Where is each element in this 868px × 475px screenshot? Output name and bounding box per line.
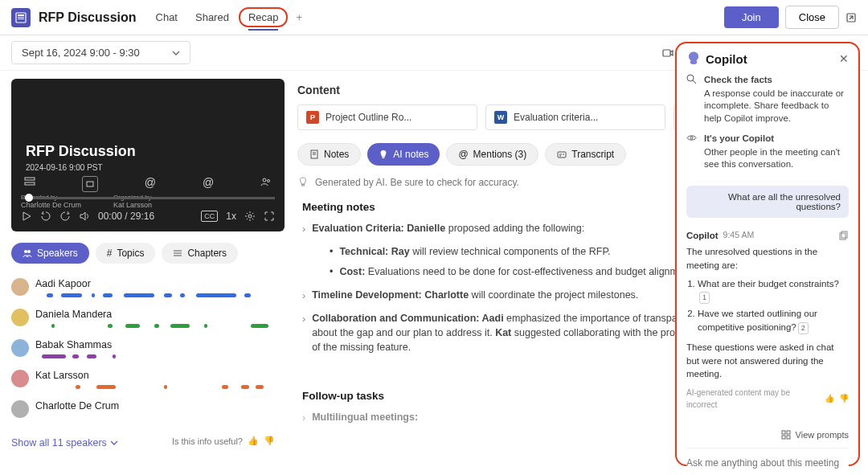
ppt-icon: P <box>306 111 319 124</box>
bulb-icon <box>379 149 388 159</box>
speaker-row[interactable]: Charlotte De Crum <box>11 395 289 426</box>
topics-tab[interactable]: #Topics <box>96 243 156 264</box>
transcript-tab[interactable]: Transcript <box>545 143 626 166</box>
svg-point-11 <box>268 180 270 182</box>
speaker-timeline[interactable] <box>35 293 276 299</box>
avatar <box>11 309 29 326</box>
svg-point-13 <box>24 250 27 253</box>
speaker-timeline[interactable] <box>35 323 276 330</box>
chevron-right-icon: › <box>302 311 305 354</box>
speaker-name: Aadi Kapoor <box>35 278 289 289</box>
response-time: 9:45 AM <box>723 229 755 241</box>
thumbs-up-icon[interactable]: 👍 <box>825 393 834 405</box>
copilot-icon <box>686 51 701 66</box>
svg-rect-36 <box>782 436 785 439</box>
video-scrubber[interactable] <box>21 197 275 199</box>
captions-button[interactable]: CC <box>201 211 218 222</box>
mention-icon[interactable]: @ <box>145 176 156 192</box>
citation-chip[interactable]: 2 <box>798 322 809 334</box>
thumbs-down-icon[interactable]: 👎 <box>264 436 275 446</box>
skip-back-button[interactable] <box>40 211 51 222</box>
tab-shared[interactable]: Shared <box>187 6 237 28</box>
view-prompts-button[interactable]: View prompts <box>781 430 849 440</box>
response-author: Copilot <box>686 229 719 243</box>
file-chip[interactable]: WEvaluation criteria... <box>485 104 665 130</box>
file-chip[interactable]: PProject Outline Ro... <box>297 104 477 130</box>
card-icon[interactable] <box>82 176 98 192</box>
copy-icon[interactable] <box>839 231 849 240</box>
svg-rect-5 <box>663 50 670 56</box>
svg-rect-9 <box>87 182 93 186</box>
copilot-response: Copilot 9:45 AM The unresolved questions… <box>686 229 849 411</box>
notes-tab[interactable]: Notes <box>297 143 361 166</box>
speaker-row[interactable]: Kat Larsson <box>11 365 289 395</box>
ai-notes-tab[interactable]: AI notes <box>367 143 440 166</box>
app-icon <box>11 8 31 27</box>
svg-rect-21 <box>383 158 385 159</box>
hash-icon: # <box>107 248 113 259</box>
svg-rect-33 <box>840 233 845 240</box>
speaker-timeline[interactable] <box>35 384 276 391</box>
svg-point-29 <box>687 75 694 81</box>
svg-rect-3 <box>18 18 24 19</box>
speakers-tab[interactable]: Speakers <box>11 243 89 264</box>
mention-icon[interactable]: @ <box>203 176 214 192</box>
speaker-timeline[interactable] <box>35 415 276 421</box>
join-button[interactable]: Join <box>724 6 779 28</box>
svg-point-31 <box>690 137 693 139</box>
speaker-name: Charlotte De Crum <box>35 400 289 412</box>
tab-chat[interactable]: Chat <box>148 6 186 28</box>
thumbs-up-icon[interactable]: 👍 <box>248 436 259 446</box>
close-icon[interactable]: ✕ <box>839 52 849 65</box>
content-heading: Content <box>297 84 340 96</box>
citation-chip[interactable]: 1 <box>699 292 710 304</box>
header-tabs: Chat Shared Recap + <box>148 6 309 28</box>
at-icon: @ <box>458 149 468 160</box>
svg-rect-32 <box>841 231 847 238</box>
ai-disclaimer: Generated by AI. Be sure to check for ac… <box>315 177 519 188</box>
date-range-dropdown[interactable]: Sept 16, 2024 9:00 - 9:30 <box>11 41 190 64</box>
chevron-right-icon: › <box>302 221 305 236</box>
svg-rect-8 <box>25 182 35 185</box>
settings-button[interactable] <box>244 211 256 222</box>
svg-line-30 <box>693 80 696 84</box>
copilot-input[interactable] <box>686 457 849 469</box>
response-item: Have we started outlining our competitiv… <box>698 307 849 334</box>
close-button[interactable]: Close <box>785 6 839 29</box>
volume-button[interactable] <box>79 211 90 222</box>
svg-point-12 <box>248 215 252 218</box>
chapters-tab[interactable]: Chapters <box>162 243 238 264</box>
chapter-icon[interactable] <box>24 176 35 192</box>
speaker-row[interactable]: Babak Shammas <box>11 334 289 365</box>
speaker-timeline[interactable] <box>35 354 276 360</box>
mentions-tab[interactable]: @Mentions (3) <box>446 143 538 166</box>
video-date: 2024-09-16 9:00 PST <box>26 163 103 172</box>
add-tab-button[interactable]: + <box>289 8 309 27</box>
skip-forward-button[interactable] <box>59 211 71 222</box>
video-time: 00:00 / 29:16 <box>98 211 154 222</box>
docx-icon: W <box>494 111 507 124</box>
chevron-down-icon <box>110 439 118 447</box>
svg-rect-37 <box>787 436 790 439</box>
avatar <box>11 278 29 296</box>
svg-rect-26 <box>302 185 305 186</box>
avatar <box>11 370 29 387</box>
notes-icon <box>309 149 319 159</box>
speed-button[interactable]: 1x <box>226 211 236 222</box>
people-icon[interactable] <box>260 176 272 192</box>
fullscreen-button[interactable] <box>264 211 275 222</box>
speaker-name: Babak Shammas <box>35 339 289 350</box>
speaker-row[interactable]: Daniela Mandera <box>11 304 289 334</box>
thumbs-down-icon[interactable]: 👎 <box>839 393 849 405</box>
chevron-right-icon: › <box>302 410 305 425</box>
svg-point-10 <box>263 178 266 182</box>
avatar <box>11 400 29 418</box>
popout-icon[interactable] <box>845 12 857 23</box>
video-player[interactable]: RFP Discussion 2024-09-16 9:00 PST @ @ R… <box>11 79 285 231</box>
play-button[interactable] <box>21 211 32 222</box>
speaker-name: Kat Larsson <box>35 370 289 381</box>
response-item: What are their budget constraints?1 <box>698 277 849 305</box>
speaker-row[interactable]: Aadi Kapoor <box>11 273 289 304</box>
tab-recap[interactable]: Recap <box>239 7 289 27</box>
chapters-icon <box>173 248 182 258</box>
